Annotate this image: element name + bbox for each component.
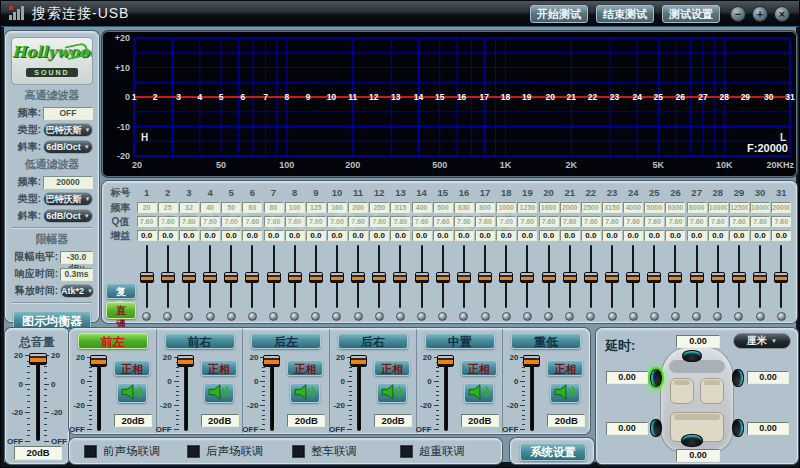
checkbox[interactable] bbox=[292, 445, 305, 458]
band-gain-field[interactable]: 0.0 bbox=[475, 230, 495, 241]
band-frequency-field[interactable]: 20000 bbox=[771, 202, 791, 213]
slider-knob[interactable] bbox=[711, 272, 725, 283]
system-settings-button[interactable]: 系统设置 bbox=[520, 443, 586, 461]
delay-value-rear-left[interactable]: 0.00 bbox=[606, 422, 648, 435]
band-gain-field[interactable]: 0.0 bbox=[327, 230, 347, 241]
band-frequency-field[interactable]: 50 bbox=[221, 202, 241, 213]
delay-value-rear-right[interactable]: 0.00 bbox=[747, 422, 789, 435]
fader-knob[interactable] bbox=[350, 355, 367, 367]
test-settings-button[interactable]: 测试设置 bbox=[662, 5, 720, 23]
slider-knob[interactable] bbox=[436, 272, 450, 283]
limiter-value-field[interactable]: 0.3ms bbox=[60, 268, 93, 281]
fader-knob[interactable] bbox=[263, 355, 280, 367]
slider-knob[interactable] bbox=[330, 272, 344, 283]
channel-select-button[interactable]: 重低 bbox=[511, 333, 581, 349]
link-option[interactable]: 前声场联调 bbox=[84, 444, 161, 459]
band-slider[interactable] bbox=[263, 243, 284, 310]
band-frequency-field[interactable]: 5000 bbox=[644, 202, 664, 213]
fader-track[interactable] bbox=[270, 357, 274, 431]
slider-knob[interactable] bbox=[774, 272, 788, 283]
channel-select-button[interactable]: 前右 bbox=[165, 333, 235, 349]
phase-button[interactable]: 正相 bbox=[201, 360, 237, 376]
band-frequency-field[interactable]: 80 bbox=[264, 202, 284, 213]
band-slider[interactable] bbox=[453, 243, 474, 310]
delay-unit-select[interactable]: 厘米 ▼ bbox=[733, 333, 791, 349]
band-slider[interactable] bbox=[305, 243, 326, 310]
band-q-field[interactable]: 7.60 bbox=[306, 216, 326, 227]
band-q-field[interactable]: 7.60 bbox=[285, 216, 305, 227]
band-q-field[interactable]: 7.60 bbox=[454, 216, 474, 227]
band-q-field[interactable]: 7.60 bbox=[644, 216, 664, 227]
band-frequency-field[interactable]: 1000 bbox=[496, 202, 516, 213]
slider-knob[interactable] bbox=[647, 272, 661, 283]
band-slider[interactable] bbox=[221, 243, 242, 310]
link-option[interactable]: 后声场联调 bbox=[187, 444, 264, 459]
band-frequency-field[interactable]: 200 bbox=[348, 202, 368, 213]
band-q-field[interactable]: 7.60 bbox=[560, 216, 580, 227]
band-gain-field[interactable]: 0.0 bbox=[602, 230, 622, 241]
band-slider[interactable] bbox=[771, 243, 792, 310]
slider-knob[interactable] bbox=[140, 272, 154, 283]
band-frequency-field[interactable]: 630 bbox=[454, 202, 474, 213]
band-frequency-field[interactable]: 10000 bbox=[708, 202, 728, 213]
fader-track[interactable] bbox=[97, 357, 101, 431]
band-q-field[interactable]: 7.60 bbox=[369, 216, 389, 227]
band-frequency-field[interactable]: 2500 bbox=[581, 202, 601, 213]
slider-knob[interactable] bbox=[224, 272, 238, 283]
band-gain-field[interactable]: 0.0 bbox=[560, 230, 580, 241]
eq-curve-chart[interactable]: +20+100-10-2020501002005001K2K5K10K20KHz… bbox=[103, 32, 796, 176]
slider-knob[interactable] bbox=[245, 272, 259, 283]
delay-value-front-left[interactable]: 0.00 bbox=[606, 371, 648, 384]
band-gain-field[interactable]: 0.0 bbox=[137, 230, 157, 241]
band-q-field[interactable]: 7.60 bbox=[412, 216, 432, 227]
close-button[interactable]: × bbox=[774, 6, 790, 22]
band-q-field[interactable]: 7.60 bbox=[539, 216, 559, 227]
channel-gain-value[interactable]: 20dB bbox=[114, 414, 152, 427]
link-option[interactable]: 整车联调 bbox=[292, 444, 357, 459]
slider-knob[interactable] bbox=[372, 272, 386, 283]
band-slider[interactable] bbox=[390, 243, 411, 310]
band-q-field[interactable]: 7.60 bbox=[433, 216, 453, 227]
band-slider[interactable] bbox=[432, 243, 453, 310]
hpf-dropdown[interactable]: 6dB/Oct▼ bbox=[43, 140, 93, 154]
band-frequency-field[interactable]: 3150 bbox=[602, 202, 622, 213]
band-gain-field[interactable]: 0.0 bbox=[242, 230, 262, 241]
mute-button[interactable] bbox=[377, 383, 407, 403]
band-frequency-field[interactable]: 250 bbox=[369, 202, 389, 213]
maximize-button[interactable]: + bbox=[752, 6, 768, 22]
band-q-field[interactable]: 7.60 bbox=[390, 216, 410, 227]
slider-knob[interactable] bbox=[626, 272, 640, 283]
speaker-front-center-icon[interactable] bbox=[682, 350, 702, 362]
band-gain-field[interactable]: 0.0 bbox=[306, 230, 326, 241]
start-test-button[interactable]: 开始测试 bbox=[530, 5, 588, 23]
limiter-dropdown[interactable]: Atk*2▼ bbox=[60, 284, 94, 298]
checkbox[interactable] bbox=[84, 445, 97, 458]
phase-button[interactable]: 正相 bbox=[374, 360, 410, 376]
speaker-rear-left-icon[interactable] bbox=[650, 419, 662, 437]
speaker-subwoofer-icon[interactable] bbox=[681, 434, 703, 447]
band-q-field[interactable]: 7.60 bbox=[687, 216, 707, 227]
band-slider[interactable] bbox=[242, 243, 263, 310]
phase-button[interactable]: 正相 bbox=[547, 360, 583, 376]
slider-knob[interactable] bbox=[732, 272, 746, 283]
band-gain-field[interactable]: 0.0 bbox=[454, 230, 474, 241]
slider-knob[interactable] bbox=[203, 272, 217, 283]
band-frequency-field[interactable]: 8000 bbox=[687, 202, 707, 213]
band-slider[interactable] bbox=[326, 243, 347, 310]
band-slider[interactable] bbox=[580, 243, 601, 310]
slider-knob[interactable] bbox=[753, 272, 767, 283]
band-gain-field[interactable]: 0.0 bbox=[708, 230, 728, 241]
channel-gain-value[interactable]: 20dB bbox=[374, 414, 412, 427]
band-q-field[interactable]: 7.60 bbox=[158, 216, 178, 227]
band-q-field[interactable]: 7.60 bbox=[137, 216, 157, 227]
channel-gain-value[interactable]: 20dB bbox=[547, 414, 585, 427]
band-gain-field[interactable]: 0.0 bbox=[412, 230, 432, 241]
mute-button[interactable] bbox=[204, 383, 234, 403]
eq-bypass-button[interactable]: 直通 bbox=[106, 302, 136, 319]
band-slider[interactable] bbox=[559, 243, 580, 310]
band-gain-field[interactable]: 0.0 bbox=[158, 230, 178, 241]
channel-select-button[interactable]: 后左 bbox=[251, 333, 321, 349]
fader-track[interactable] bbox=[357, 357, 361, 431]
band-frequency-field[interactable]: 4000 bbox=[623, 202, 643, 213]
band-slider[interactable] bbox=[707, 243, 728, 310]
